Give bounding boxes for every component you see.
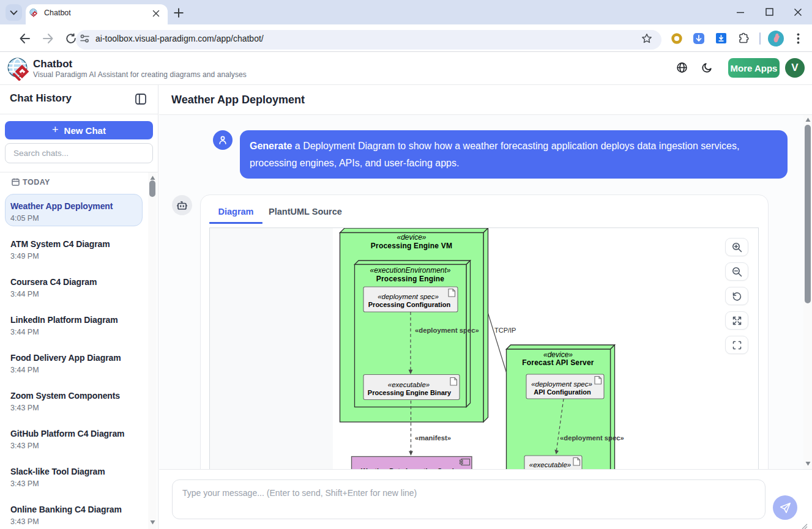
svg-text:Processing Engine VM: Processing Engine VM <box>371 241 452 250</box>
svg-text:«deployment spec»: «deployment spec» <box>560 434 624 441</box>
svg-text:«executable»: «executable» <box>529 461 571 468</box>
svg-text:TCP/IP: TCP/IP <box>494 327 516 334</box>
svg-text:«deployment spec»: «deployment spec» <box>531 380 592 387</box>
svg-text:Processing Configuration: Processing Configuration <box>368 300 451 308</box>
svg-text:«executionEnvironment»: «executionEnvironment» <box>370 266 450 275</box>
svg-text:Processing Engine: Processing Engine <box>376 274 445 283</box>
svg-text:Forecast API Server: Forecast API Server <box>522 358 594 366</box>
svg-text:«device»: «device» <box>543 350 573 358</box>
svg-text:«executable»: «executable» <box>388 380 430 388</box>
svg-text:Processing Engine Binary: Processing Engine Binary <box>368 388 452 396</box>
svg-text:«device»: «device» <box>397 233 426 242</box>
svg-text:«deployment spec»: «deployment spec» <box>378 292 439 300</box>
svg-text:«deployment spec»: «deployment spec» <box>415 326 479 333</box>
svg-text:API Configuration: API Configuration <box>534 388 591 395</box>
svg-text:«manifest»: «manifest» <box>415 434 451 441</box>
